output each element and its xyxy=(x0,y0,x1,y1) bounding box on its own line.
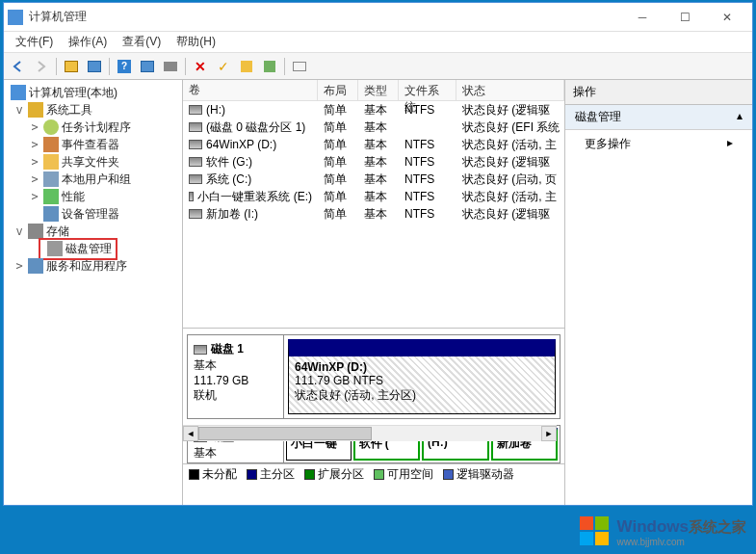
disk1-info: 磁盘 1 基本 111.79 GB 联机 xyxy=(188,335,284,418)
tree-diskmgmt[interactable]: 磁盘管理 xyxy=(6,240,180,257)
disk1-partition[interactable]: 64WinXP (D:) 111.79 GB NTFS 状态良好 (活动, 主分… xyxy=(288,339,556,414)
back-button[interactable] xyxy=(8,56,29,77)
check-icon[interactable]: ✓ xyxy=(213,56,234,77)
disk1-title: 磁盘 1 xyxy=(211,341,244,357)
volume-icon xyxy=(189,192,194,201)
toolbar-icon-2[interactable] xyxy=(84,56,105,77)
disk1-state: 联机 xyxy=(194,387,277,404)
volume-row[interactable]: 小白一键重装系统 (E:)简单基本NTFS状态良好 (活动, 主 xyxy=(183,188,564,205)
toolbar-icon-7[interactable] xyxy=(289,56,310,77)
watermark: Windows系统之家 www.bjjmlv.com xyxy=(579,515,746,548)
volume-row[interactable]: 64WinXP (D:)简单基本NTFS状态良好 (活动, 主 xyxy=(183,136,564,153)
app-icon xyxy=(8,10,23,25)
disk-row-1[interactable]: 磁盘 1 基本 111.79 GB 联机 64WinXP (D:) 111.79… xyxy=(187,334,560,419)
maximize-button[interactable]: ☐ xyxy=(664,4,706,31)
sw-free xyxy=(374,469,384,480)
tree-users[interactable]: >本地用户和组 xyxy=(6,171,180,188)
help-icon[interactable]: ? xyxy=(114,56,135,77)
disk2-type: 基本 xyxy=(194,445,277,462)
menu-action[interactable]: 操作(A) xyxy=(63,32,113,52)
disk-map: 磁盘 1 基本 111.79 GB 联机 64WinXP (D:) 111.79… xyxy=(183,329,564,505)
volume-icon xyxy=(189,209,202,219)
titlebar: 计算机管理 ─ ☐ ✕ xyxy=(4,3,752,32)
app-window: 计算机管理 ─ ☐ ✕ 文件(F) 操作(A) 查看(V) 帮助(H) ? ✕ … xyxy=(3,2,753,506)
sw-primary xyxy=(247,469,257,480)
toolbar-icon-4[interactable] xyxy=(160,56,181,77)
legend: 未分配 主分区 扩展分区 可用空间 逻辑驱动器 xyxy=(183,463,564,485)
tree-services[interactable]: >服务和应用程序 xyxy=(6,257,180,275)
volume-icon xyxy=(189,105,202,115)
col-layout[interactable]: 布局 xyxy=(318,80,358,100)
actions-header: 操作 xyxy=(565,80,752,105)
tree-root[interactable]: 计算机管理(本地) xyxy=(6,84,180,101)
minimize-button[interactable]: ─ xyxy=(621,4,664,31)
nav-tree: 计算机管理(本地) v系统工具 >任务计划程序 >事件查看器 >共享文件夹 >本… xyxy=(4,80,183,505)
volume-row[interactable]: 系统 (C:)简单基本NTFS状态良好 (启动, 页 xyxy=(183,171,564,188)
disk-icon xyxy=(194,345,207,355)
volume-icon xyxy=(189,122,202,132)
volume-row[interactable]: (H:)简单基本NTFS状态良好 (逻辑驱 xyxy=(183,101,564,119)
menubar: 文件(F) 操作(A) 查看(V) 帮助(H) xyxy=(4,32,752,53)
menu-help[interactable]: 帮助(H) xyxy=(170,32,222,52)
disk1-size: 111.79 GB xyxy=(194,374,277,387)
windows-logo-icon xyxy=(579,515,612,548)
volume-icon xyxy=(189,157,202,167)
col-volume[interactable]: 卷 xyxy=(183,80,318,100)
part-name: 64WinXP (D:) xyxy=(295,360,367,374)
volume-row[interactable]: 新加卷 (I:)简单基本NTFS状态良好 (逻辑驱 xyxy=(183,205,564,223)
forward-button[interactable] xyxy=(31,56,52,77)
actions-pane: 操作 磁盘管理▴ 更多操作▸ xyxy=(565,80,752,505)
collapse-icon: ▴ xyxy=(737,109,743,125)
toolbar-icon-6[interactable] xyxy=(259,56,280,77)
watermark-sub: 系统之家 xyxy=(689,518,746,535)
actions-section[interactable]: 磁盘管理▴ xyxy=(565,105,752,130)
part-status: 状态良好 (活动, 主分区) xyxy=(295,388,416,402)
part-size: 111.79 GB NTFS xyxy=(295,374,383,387)
tree-shared[interactable]: >共享文件夹 xyxy=(6,153,180,171)
sw-ext xyxy=(304,469,315,480)
volume-header: 卷 布局 类型 文件系统 状态 xyxy=(183,80,564,101)
col-status[interactable]: 状态 xyxy=(456,80,564,100)
volume-row[interactable]: 软件 (G:)简单基本NTFS状态良好 (逻辑驱 xyxy=(183,153,564,171)
volume-icon xyxy=(189,174,202,184)
menu-file[interactable]: 文件(F) xyxy=(10,32,59,52)
tree-task[interactable]: >任务计划程序 xyxy=(6,119,180,136)
volume-icon xyxy=(189,140,202,149)
actions-more[interactable]: 更多操作▸ xyxy=(565,130,752,158)
tree-devmgr[interactable]: 设备管理器 xyxy=(6,205,180,223)
chevron-right-icon: ▸ xyxy=(727,136,733,152)
menu-view[interactable]: 查看(V) xyxy=(117,32,167,52)
toolbar: ? ✕ ✓ xyxy=(4,53,752,80)
col-type[interactable]: 类型 xyxy=(358,80,399,100)
watermark-brand: Windows xyxy=(617,517,689,536)
tree-event[interactable]: >事件查看器 xyxy=(6,136,180,153)
tree-perf[interactable]: >性能 xyxy=(6,188,180,205)
disk1-type: 基本 xyxy=(194,357,277,374)
toolbar-icon-1[interactable] xyxy=(61,56,82,77)
tree-systools[interactable]: v系统工具 xyxy=(6,101,180,119)
toolbar-icon-3[interactable] xyxy=(137,56,158,77)
volume-row[interactable]: (磁盘 0 磁盘分区 1)简单基本状态良好 (EFI 系统 xyxy=(183,119,564,136)
watermark-url: www.bjjmlv.com xyxy=(617,537,746,547)
sw-logical xyxy=(443,469,454,480)
close-button[interactable]: ✕ xyxy=(706,4,748,31)
window-title: 计算机管理 xyxy=(29,9,621,25)
toolbar-icon-5[interactable] xyxy=(236,56,257,77)
col-fs[interactable]: 文件系统 xyxy=(399,80,456,100)
delete-icon[interactable]: ✕ xyxy=(190,56,211,77)
center-pane: 卷 布局 类型 文件系统 状态 (H:)简单基本NTFS状态良好 (逻辑驱(磁盘… xyxy=(183,80,565,505)
sw-unalloc xyxy=(189,469,199,480)
volume-list: 卷 布局 类型 文件系统 状态 (H:)简单基本NTFS状态良好 (逻辑驱(磁盘… xyxy=(183,80,564,329)
